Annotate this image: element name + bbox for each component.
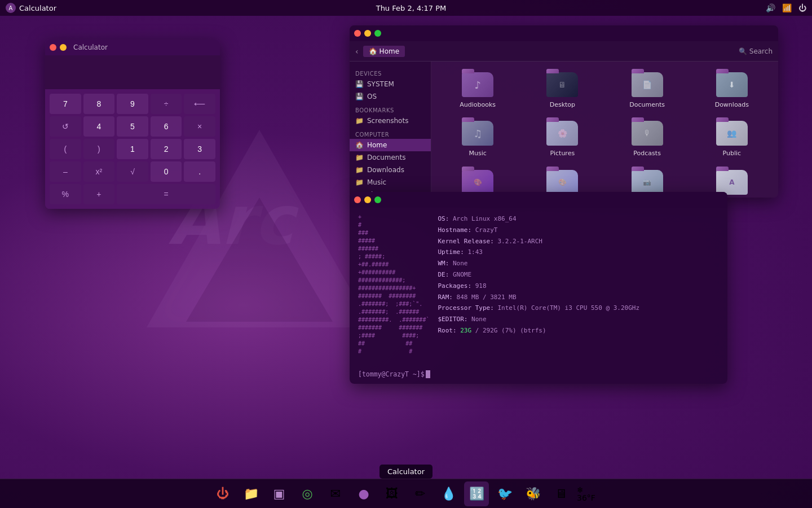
- term-prompt-text: [tommy@CrazyT ~]$: [358, 370, 425, 378]
- term-packages-row: Packages: 918: [438, 281, 639, 292]
- calc-btn-lparen[interactable]: (: [50, 139, 81, 159]
- app-menu-icon: A: [6, 3, 16, 13]
- calculator-display: [45, 55, 220, 89]
- calculator-buttons: 7 8 9 ÷ ⟵ ↺ 4 5 6 × ( ) 1 2 3 – x² √ 0 .…: [45, 89, 220, 209]
- term-maximize-button[interactable]: [374, 196, 381, 203]
- calc-btn-multiply[interactable]: ×: [184, 116, 215, 137]
- os-icon: 💾: [355, 93, 364, 100]
- taskbar-item-app2[interactable]: 🐝: [520, 481, 545, 506]
- taskbar-item-thunderbird[interactable]: ✉: [323, 481, 348, 506]
- calc-btn-2[interactable]: 2: [151, 139, 182, 159]
- power-icon[interactable]: ⏻: [798, 3, 806, 12]
- taskbar-item-weather[interactable]: ❄ 36°F: [577, 481, 602, 506]
- dropper-taskbar-icon: 💧: [441, 488, 456, 500]
- terminal-titlebar: [350, 192, 727, 208]
- taskbar-item-pidgin[interactable]: ●: [351, 481, 376, 506]
- calc-btn-subtract[interactable]: –: [50, 161, 81, 182]
- term-root-label: Root:: [438, 327, 456, 334]
- term-ram-row: RAM: 848 MB / 3821 MB: [438, 292, 639, 303]
- calc-btn-9[interactable]: 9: [117, 94, 148, 114]
- taskbar-item-terminal[interactable]: ▣: [267, 481, 292, 506]
- top-bar-app-indicator[interactable]: A Calculator: [6, 3, 56, 13]
- calc-btn-divide[interactable]: ÷: [151, 94, 182, 114]
- calc-btn-dot[interactable]: .: [184, 161, 215, 182]
- calc-btn-7[interactable]: 7: [50, 94, 81, 114]
- taskbar-item-display[interactable]: 🖥: [549, 481, 573, 506]
- taskbar-item-chromium[interactable]: ◎: [295, 481, 320, 506]
- term-hostname-row: Hostname: CrazyT: [438, 225, 639, 236]
- fm-back-button[interactable]: ‹: [355, 47, 359, 56]
- sidebar-item-home[interactable]: 🏠 Home: [350, 139, 431, 151]
- calc-btn-rparen[interactable]: ): [83, 139, 115, 159]
- fm-item-downloads[interactable]: ⬇ Downloads: [691, 67, 773, 112]
- calc-btn-3[interactable]: 3: [184, 139, 215, 159]
- term-os-value: Arch Linux x86_64: [453, 215, 517, 222]
- calculator-window: Calculator 7 8 9 ÷ ⟵ ↺ 4 5 6 × ( ) 1 2 3…: [45, 40, 220, 209]
- calc-btn-sqrt[interactable]: √: [117, 161, 148, 182]
- terminal-prompt[interactable]: [tommy@CrazyT ~]$: [350, 368, 727, 384]
- fm-minimize-button[interactable]: [364, 30, 371, 37]
- term-kernel-label: Kernel Release:: [438, 238, 493, 245]
- sidebar-item-os[interactable]: 💾 OS: [350, 90, 431, 103]
- taskbar-item-dropper[interactable]: 💧: [436, 481, 461, 506]
- bookmarks-section-label: Bookmarks: [350, 105, 431, 115]
- calc-btn-equals[interactable]: =: [117, 184, 215, 204]
- desktop-folder-icon: 🖥: [545, 71, 579, 99]
- sidebar-system-label: SYSTEM: [367, 80, 394, 88]
- fm-close-button[interactable]: [354, 30, 361, 37]
- system-icon: 💾: [355, 80, 364, 88]
- gedit-taskbar-icon: ✏: [415, 488, 425, 500]
- term-minimize-button[interactable]: [364, 196, 371, 203]
- pictures-label: Pictures: [550, 150, 575, 157]
- calc-btn-percent[interactable]: %: [50, 184, 81, 204]
- public-label: Public: [723, 150, 742, 157]
- calc-btn-square[interactable]: x²: [83, 161, 115, 182]
- fm-item-podcasts[interactable]: 🎙 Podcasts: [607, 116, 688, 161]
- fm-search-button[interactable]: 🔍 Search: [739, 47, 773, 55]
- calc-btn-redo[interactable]: ↺: [50, 116, 81, 137]
- search-icon: 🔍: [739, 47, 747, 55]
- term-processor-value: Intel(R) Core(TM) i3 CPU 550 @ 3.20GHz: [497, 304, 639, 312]
- taskbar-item-gedit[interactable]: ✏: [408, 481, 433, 506]
- calc-btn-6[interactable]: 6: [151, 116, 182, 137]
- term-ram-label: RAM:: [438, 294, 453, 301]
- term-processor-label: Processor Type:: [438, 304, 493, 312]
- calc-btn-add[interactable]: +: [83, 184, 115, 204]
- calc-btn-0[interactable]: 0: [151, 161, 182, 182]
- taskbar-item-gnomedo[interactable]: 🐦: [492, 481, 517, 506]
- sidebar-item-music[interactable]: 📁 Music: [350, 176, 431, 189]
- desktop-label: Desktop: [550, 101, 575, 109]
- taskbar-item-power[interactable]: ⏻: [210, 481, 235, 506]
- calc-btn-backspace[interactable]: ⟵: [184, 94, 215, 114]
- fm-item-pictures[interactable]: 🌸 Pictures: [522, 116, 603, 161]
- sidebar-item-documents[interactable]: 📁 Documents: [350, 151, 431, 164]
- fm-item-music[interactable]: ♫ Music: [437, 116, 518, 161]
- taskbar-item-calculator[interactable]: 🔢: [464, 481, 489, 506]
- calc-minimize-button[interactable]: [60, 44, 67, 51]
- fm-home-breadcrumb[interactable]: 🏠 Home: [363, 46, 405, 57]
- fm-item-documents[interactable]: 📄 Documents: [607, 67, 688, 112]
- term-de-label: DE:: [438, 271, 449, 278]
- sidebar-item-system[interactable]: 💾 SYSTEM: [350, 78, 431, 90]
- fm-item-desktop[interactable]: 🖥 Desktop: [522, 67, 603, 112]
- files-taskbar-icon: 📁: [244, 488, 259, 500]
- calc-btn-4[interactable]: 4: [83, 116, 115, 137]
- sidebar-item-downloads[interactable]: 📁 Downloads: [350, 164, 431, 176]
- calc-btn-1[interactable]: 1: [117, 139, 148, 159]
- volume-icon[interactable]: 🔊: [766, 3, 775, 12]
- taskbar-item-files[interactable]: 📁: [239, 481, 263, 506]
- calc-close-button[interactable]: [50, 44, 56, 51]
- sidebar-item-screenshots[interactable]: 📁 Screenshots: [350, 115, 431, 127]
- podcasts-icon: 🎙: [630, 119, 664, 147]
- fm-maximize-button[interactable]: [374, 30, 381, 37]
- fm-item-public[interactable]: 👥 Public: [691, 116, 773, 161]
- taskbar-item-shotwell[interactable]: 🖼: [379, 481, 404, 506]
- fm-item-audiobooks[interactable]: ♪ Audiobooks: [437, 67, 518, 112]
- music-icon: ♫: [461, 119, 495, 147]
- calc-btn-8[interactable]: 8: [83, 94, 115, 114]
- calc-btn-5[interactable]: 5: [117, 116, 148, 137]
- sidebar-downloads-label: Downloads: [367, 166, 404, 174]
- term-close-button[interactable]: [354, 196, 361, 203]
- fm-search-label: Search: [749, 47, 773, 55]
- network-icon[interactable]: 📶: [782, 3, 792, 12]
